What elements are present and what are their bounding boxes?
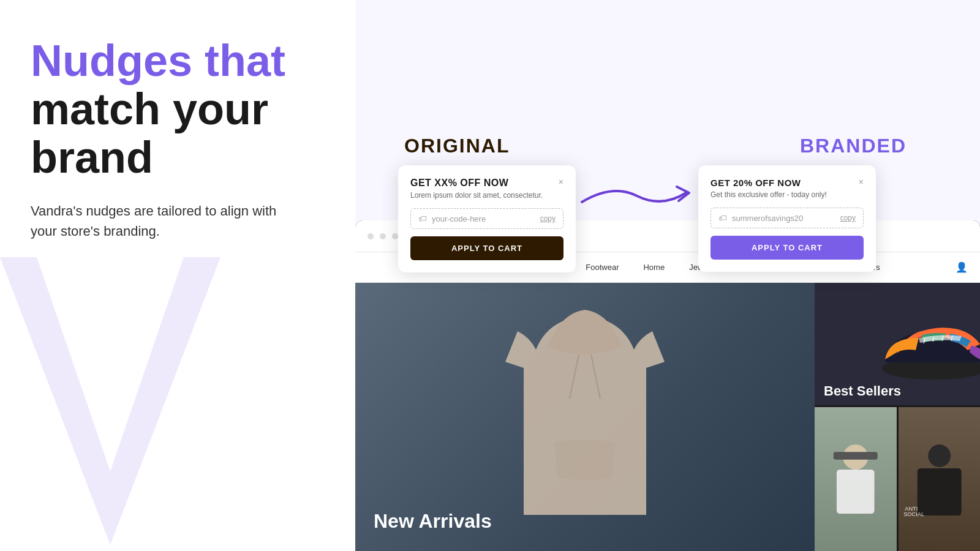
hoodie-panel: New Arrivals: [355, 283, 815, 551]
original-label: ORIGINAL: [404, 135, 510, 157]
background-v-logo: [0, 239, 233, 551]
nudge-original-copy[interactable]: copy: [540, 214, 556, 223]
nudge-branded-code: summerofsavings20: [732, 214, 803, 223]
sneaker-svg: [867, 283, 980, 384]
arrow-container: [576, 178, 698, 217]
nav-item-home[interactable]: Home: [643, 263, 665, 272]
branded-tag-icon: 🏷: [718, 213, 727, 223]
side-panels: Best Sellers: [815, 283, 980, 551]
headline-dark: match your brand: [31, 84, 268, 182]
comparison-labels: ORIGINAL BRANDED: [392, 135, 919, 157]
user-icon[interactable]: 👤: [956, 261, 968, 273]
new-arrivals-label: New Arrivals: [374, 510, 492, 533]
nudge-branded-subtitle: Get this exclusive offer - today only!: [710, 190, 864, 199]
panel-small-right: ANTI SOCIAL: [899, 407, 981, 551]
svg-rect-8: [837, 470, 875, 514]
bottom-panels: ANTI SOCIAL: [815, 407, 980, 551]
best-sellers-label: Best Sellers: [824, 383, 901, 399]
code-field-inner: 🏷 your-code-here: [418, 214, 486, 223]
left-section: Nudges that match your brand Vandra's nu…: [0, 0, 380, 551]
nudge-branded-apply-button[interactable]: APPLY TO CART: [710, 236, 864, 260]
jacket-person-svg: ANTI SOCIAL: [899, 407, 981, 551]
nudge-branded-card: GET 20% OFF NOW × Get this exclusive off…: [698, 165, 876, 272]
nudge-original-header: GET XX% OFF NOW ×: [410, 178, 564, 189]
nudge-branded-title: GET 20% OFF NOW: [710, 178, 801, 188]
nudge-original-card: GET XX% OFF NOW × Lorem ipsum dolor sit …: [398, 165, 576, 272]
headline: Nudges that match your brand: [31, 37, 349, 182]
nudge-branded-code-field: 🏷 summerofsavings20 copy: [710, 208, 864, 228]
svg-text:SOCIAL: SOCIAL: [903, 511, 924, 517]
nudge-original-code-field: 🏷 your-code-here copy: [410, 208, 564, 229]
nav-dot-3: [392, 233, 398, 239]
svg-point-10: [928, 444, 951, 467]
person-svg: [815, 407, 897, 551]
branded-label: BRANDED: [800, 135, 907, 157]
nudge-original-code: your-code-here: [432, 214, 486, 223]
nav-dot-2: [380, 233, 386, 239]
store-content: New Arrivals: [355, 283, 980, 551]
comparison-arrow: [576, 178, 698, 214]
nudge-original-subtitle: Lorem ipsum dolor sit amet, consectetur.: [410, 191, 564, 200]
branded-code-field-inner: 🏷 summerofsavings20: [718, 213, 803, 223]
panel-small-left: [815, 407, 897, 551]
nudge-original-close[interactable]: ×: [559, 178, 564, 186]
nudge-branded-close[interactable]: ×: [859, 178, 864, 186]
nudge-branded-header: GET 20% OFF NOW ×: [710, 178, 864, 188]
nudge-branded-copy[interactable]: copy: [840, 214, 856, 222]
nudge-original-apply-button[interactable]: APPLY TO CART: [410, 236, 564, 260]
hoodie-svg: [499, 301, 671, 533]
headline-colored: Nudges that: [31, 36, 285, 85]
tag-icon: 🏷: [418, 214, 427, 223]
nav-dot-1: [368, 233, 374, 239]
subtext: Vandra's nudges are tailored to align wi…: [31, 201, 288, 241]
svg-rect-9: [834, 452, 878, 459]
svg-rect-11: [917, 468, 961, 515]
right-section: ORIGINAL BRANDED GET XX% OFF NOW × Lorem…: [355, 0, 980, 551]
nav-item-footwear[interactable]: Footwear: [586, 263, 619, 272]
sneaker-panel: Best Sellers: [815, 283, 980, 405]
nudge-original-title: GET XX% OFF NOW: [410, 178, 508, 189]
